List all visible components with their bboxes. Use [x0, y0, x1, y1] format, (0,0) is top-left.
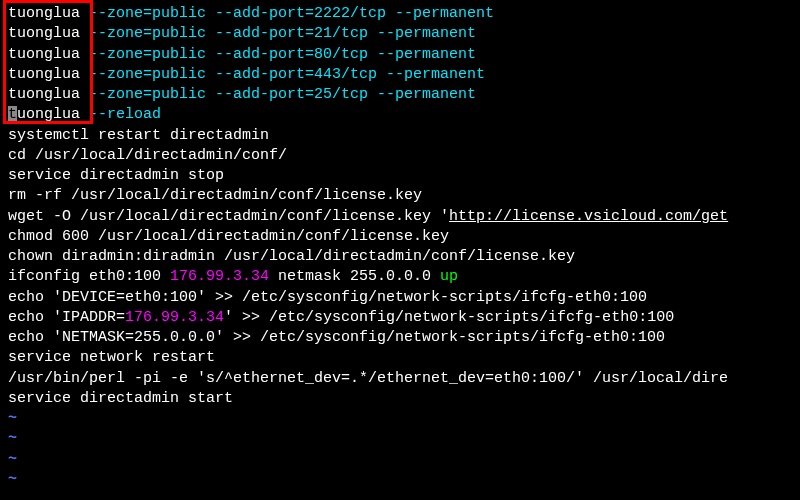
service-stop: service directadmin stop [0, 166, 800, 186]
vim-tilde: ~ [0, 409, 800, 429]
cursor: t [8, 106, 17, 123]
firewall-line-4: tuonglua --zone=public --add-port=443/tc… [0, 65, 800, 85]
echo-netmask: echo 'NETMASK=255.0.0.0' >> /etc/sysconf… [0, 328, 800, 348]
chown-command: chown diradmin:diradmin /usr/local/direc… [0, 247, 800, 267]
firewall-line-3: tuonglua --zone=public --add-port=80/tcp… [0, 45, 800, 65]
firewall-reload-line: tuonglua --reload [0, 105, 800, 125]
service-network-restart: service network restart [0, 348, 800, 368]
firewall-line-5: tuonglua --zone=public --add-port=25/tcp… [0, 85, 800, 105]
perl-command: /usr/bin/perl -pi -e 's/^ethernet_dev=.*… [0, 369, 800, 389]
firewall-line-2: tuonglua --zone=public --add-port=21/tcp… [0, 24, 800, 44]
license-url: http://license.vsicloud.com/get [449, 208, 728, 225]
rm-command: rm -rf /usr/local/directadmin/conf/licen… [0, 186, 800, 206]
chmod-command: chmod 600 /usr/local/directadmin/conf/li… [0, 227, 800, 247]
vim-tilde: ~ [0, 450, 800, 470]
service-start: service directadmin start [0, 389, 800, 409]
vim-tilde: ~ [0, 429, 800, 449]
terminal-output[interactable]: tuonglua --zone=public --add-port=2222/t… [0, 4, 800, 490]
echo-device: echo 'DEVICE=eth0:100' >> /etc/sysconfig… [0, 288, 800, 308]
firewall-line-1: tuonglua --zone=public --add-port=2222/t… [0, 4, 800, 24]
echo-ipaddr: echo 'IPADDR=176.99.3.34' >> /etc/syscon… [0, 308, 800, 328]
ifconfig-command: ifconfig eth0:100 176.99.3.34 netmask 25… [0, 267, 800, 287]
systemctl-restart: systemctl restart directadmin [0, 126, 800, 146]
cd-command: cd /usr/local/directadmin/conf/ [0, 146, 800, 166]
vim-tilde: ~ [0, 470, 800, 490]
wget-command: wget -O /usr/local/directadmin/conf/lice… [0, 207, 800, 227]
